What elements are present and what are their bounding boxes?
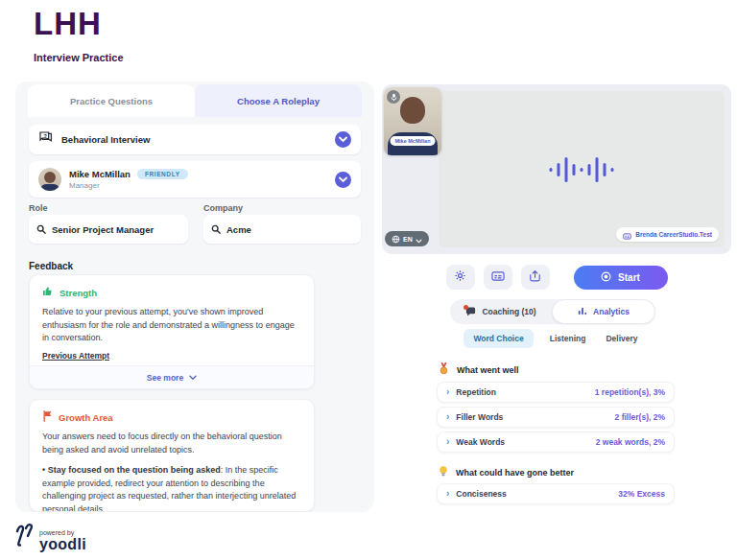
analytics-tab-bar: Coaching (10) Analytics (450, 299, 655, 324)
lightbulb-icon (439, 465, 448, 479)
friendly-badge: FRIENDLY (137, 169, 188, 179)
upload-button[interactable] (521, 265, 550, 290)
growth-bullet: • Stay focused on the question being ask… (42, 464, 301, 512)
see-more-button[interactable]: See more (30, 365, 314, 388)
language-label: EN (403, 236, 413, 243)
tab-choose-a-roleplay[interactable]: Choose A Roleplay (195, 84, 362, 117)
growth-area-card: Growth Area Your answers need to focus d… (29, 399, 315, 512)
went-well-heading: What went well (439, 362, 519, 377)
powered-by-label: powered by (39, 529, 86, 536)
analytics-subtabs: Word Choice Listening Delivery (450, 329, 655, 348)
medal-icon (439, 362, 449, 377)
lhh-logo: LHH (34, 6, 102, 42)
metric-value: 2 weak words, 2% (596, 437, 665, 447)
see-more-label: See more (147, 373, 183, 383)
strength-body: Relative to your previous attempt, you'v… (42, 306, 301, 345)
yoodli-logo-icon (13, 522, 35, 552)
metric-label: Repetition (456, 387, 496, 397)
role-input[interactable] (52, 224, 180, 235)
metric-row-repetition[interactable]: › Repetition 1 repetition(s), 3% (437, 382, 675, 403)
company-input[interactable] (226, 224, 353, 235)
participant-video-thumbnail[interactable]: Mike McMillan (384, 87, 441, 155)
metric-row-weak-words[interactable]: › Weak Words 2 weak words, 2% (437, 432, 675, 453)
coaching-chat-icon (465, 307, 476, 316)
chevron-down-icon (416, 230, 422, 247)
svg-text:?: ? (43, 132, 47, 138)
feedback-heading: Feedback (29, 261, 73, 271)
role-field-wrap (29, 215, 188, 244)
setup-tabs: Practice Questions Choose A Roleplay (15, 82, 374, 117)
metric-value: 1 repetition(s), 3% (595, 387, 665, 397)
persona-title: Manager (69, 181, 188, 190)
microphone-icon (387, 90, 400, 104)
page: LHH Interview Practice Practice Question… (0, 0, 737, 560)
tab-coaching[interactable]: Coaching (10) (450, 299, 552, 324)
waveform-panel: Brenda CareerStudio.Test (439, 91, 725, 247)
company-label: Company (203, 203, 243, 213)
flag-icon (42, 410, 53, 424)
chevron-right-icon: › (446, 412, 449, 422)
subtab-delivery[interactable]: Delivery (602, 329, 641, 348)
chevron-down-icon (189, 373, 197, 383)
previous-attempt-link[interactable]: Previous Attempt (42, 351, 109, 361)
tab-analytics[interactable]: Analytics (552, 299, 655, 324)
persona-name: Mike McMillan (69, 169, 131, 179)
strength-title: Strength (59, 288, 97, 298)
video-stage: Brenda CareerStudio.Test Mike McMillan E… (382, 84, 731, 254)
thumbs-up-icon (42, 286, 54, 299)
chevron-right-icon: › (446, 437, 449, 447)
captions-icon (623, 226, 631, 244)
gear-icon (454, 269, 466, 285)
upload-icon (529, 269, 541, 285)
growth-title: Growth Area (59, 412, 113, 423)
scenario-label: Behavioral Interview (61, 134, 150, 145)
captions-icon (491, 270, 505, 285)
metric-row-filler-words[interactable]: › Filler Words 2 filler(s), 2% (437, 407, 675, 428)
start-label: Start (618, 272, 640, 283)
audio-waveform (550, 157, 614, 182)
scenario-select[interactable]: ? Behavioral Interview (29, 125, 361, 154)
start-button[interactable]: Start (574, 266, 668, 290)
metric-label: Weak Words (456, 437, 505, 447)
metric-value: 2 filler(s), 2% (615, 412, 665, 422)
role-label: Role (29, 203, 48, 213)
settings-button[interactable] (446, 265, 475, 290)
tab-practice-questions[interactable]: Practice Questions (28, 84, 195, 117)
search-icon (211, 221, 221, 238)
growth-body: Your answers need to focus directly on t… (42, 431, 301, 456)
chevron-right-icon: › (446, 489, 449, 499)
search-icon (36, 221, 46, 238)
persona-select[interactable]: Mike McMillan FRIENDLY Manager (29, 161, 361, 198)
caption-source-pill: Brenda CareerStudio.Test (616, 227, 719, 242)
coaching-tab-label: Coaching (10) (482, 307, 535, 316)
analytics-tab-label: Analytics (593, 307, 630, 316)
subtab-word-choice[interactable]: Word Choice (464, 329, 533, 348)
participant-name-label: Mike McMillan (391, 136, 436, 146)
metric-label: Conciseness (456, 489, 506, 499)
caption-source-label: Brenda CareerStudio.Test (635, 231, 712, 238)
gone-better-label: What could have gone better (456, 468, 574, 478)
chat-question-icon: ? (38, 131, 54, 149)
strength-card: Strength Relative to your previous attem… (29, 274, 315, 389)
chevron-down-icon[interactable] (335, 131, 351, 148)
captions-button[interactable] (484, 265, 512, 290)
growth-bullet-lead: • Stay focused on the question being ask… (42, 465, 221, 475)
company-field-wrap (203, 215, 361, 244)
page-title: Interview Practice (34, 52, 124, 63)
yoodli-footer: powered by yoodli (13, 522, 86, 552)
metric-label: Filler Words (456, 412, 503, 422)
went-well-label: What went well (457, 365, 519, 375)
session-controls: Start (382, 265, 731, 290)
globe-icon (392, 230, 400, 247)
subtab-listening[interactable]: Listening (546, 329, 590, 348)
gone-better-heading: What could have gone better (439, 465, 574, 479)
bar-chart-icon (578, 306, 587, 317)
avatar (38, 168, 61, 191)
yoodli-brand: yoodli (39, 537, 86, 552)
metric-value: 32% Excess (618, 489, 665, 499)
record-icon (601, 271, 611, 284)
setup-panel: Practice Questions Choose A Roleplay ? B… (15, 82, 374, 512)
language-selector[interactable]: EN (385, 231, 429, 246)
chevron-down-icon[interactable] (335, 172, 351, 188)
metric-row-conciseness[interactable]: › Conciseness 32% Excess (437, 483, 675, 504)
